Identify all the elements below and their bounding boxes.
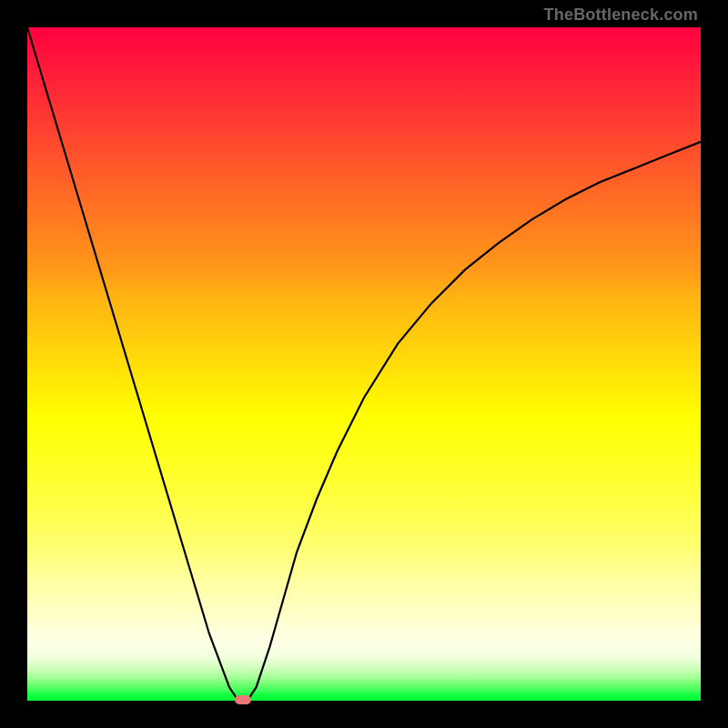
watermark-text: TheBottleneck.com <box>544 5 698 25</box>
chart-frame: TheBottleneck.com <box>0 0 728 728</box>
bottleneck-curve <box>27 27 701 701</box>
optimal-marker <box>235 695 251 704</box>
